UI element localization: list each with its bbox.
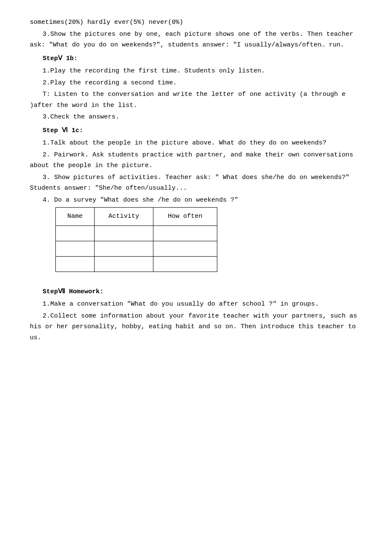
- spacer: [30, 275, 362, 284]
- step7-heading: StepⅦ Homework:: [30, 286, 362, 298]
- main-content: sometimes(20%) hardly ever(5%) never(0%)…: [30, 17, 362, 343]
- col-name: Name: [56, 208, 95, 226]
- frequency-line: sometimes(20%) hardly ever(5%) never(0%): [30, 17, 362, 28]
- step5-item3: T: Listen to the conversation and write …: [30, 89, 362, 111]
- step6-para1: 1.Talk about the people in the picture a…: [30, 138, 362, 149]
- step6-para3: 3. Show pictures of activities. Teacher …: [30, 172, 362, 194]
- step5-item1: 1.Play the recording the first time. Stu…: [30, 66, 362, 77]
- step5-item4: 3.Check the answers.: [30, 112, 362, 123]
- col-activity: Activity: [94, 208, 153, 226]
- col-how-often: How often: [153, 208, 217, 226]
- step7-para2: 2.Collect some information about your fa…: [30, 311, 362, 344]
- survey-table: Name Activity How often: [55, 207, 217, 272]
- step5-intro: 3.Show the pictures one by one, each pic…: [30, 29, 362, 51]
- step5-item2: 2.Play the recording a second time.: [30, 78, 362, 89]
- step6-heading: Step Ⅵ 1c:: [30, 125, 362, 136]
- step7-para1: 1.Make a conversation "What do you usual…: [30, 299, 362, 310]
- step6-para2: 2. Pairwork. Ask students practice with …: [30, 150, 362, 171]
- table-row: [56, 225, 217, 241]
- step5-heading: StepⅤ 1b:: [30, 53, 362, 64]
- step6-para4: 4. Do a survey "What does she /he do on …: [30, 195, 362, 206]
- table-row: [56, 256, 217, 272]
- table-row: [56, 241, 217, 256]
